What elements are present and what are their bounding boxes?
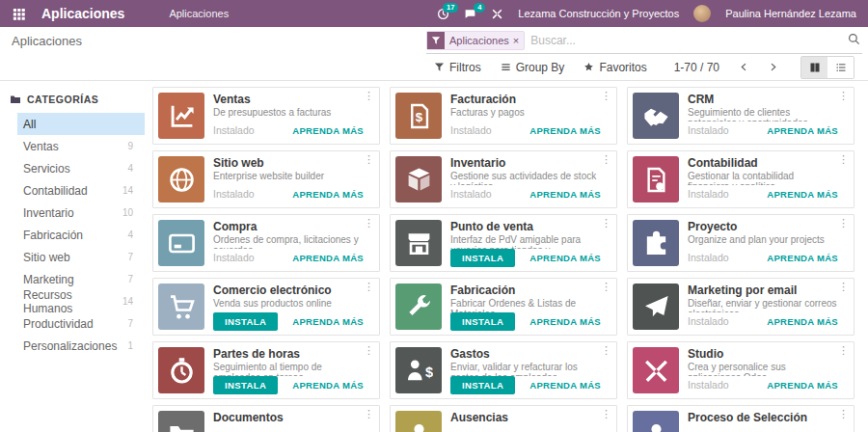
install-button[interactable]: INSTALA	[450, 312, 515, 331]
user-menu[interactable]: Paulina Hernández Lezama	[725, 8, 856, 19]
learn-more-link[interactable]: APRENDA MÁS	[292, 316, 364, 327]
learn-more-link[interactable]: APRENDA MÁS	[529, 380, 601, 391]
kebab-menu-icon[interactable]: ⋮	[601, 344, 611, 356]
messages-button[interactable]: 4	[464, 8, 476, 20]
filters-bar: Filtros Group By Favoritos 1-70 / 70	[0, 54, 868, 81]
company-switcher[interactable]: Lezama Construcción y Proyectos	[518, 8, 679, 19]
sidebar-item-all[interactable]: All	[17, 113, 145, 135]
app-title: Ausencias	[450, 412, 601, 424]
app-description: De presupuestos a facturas	[213, 107, 364, 122]
invoice-icon	[405, 102, 433, 130]
list-view-button[interactable]	[827, 57, 854, 78]
learn-more-link[interactable]: APRENDA MÁS	[767, 125, 838, 136]
app-card-partes-de-horas: Partes de horas Seguimiento al tiempo de…	[152, 341, 380, 399]
kebab-menu-icon[interactable]: ⋮	[364, 344, 374, 356]
sidebar-item-contabilidad[interactable]: Contabilidad14	[17, 179, 145, 202]
kebab-menu-icon[interactable]: ⋮	[601, 408, 611, 419]
learn-more-link[interactable]: APRENDA MÁS	[292, 253, 364, 263]
search-icon[interactable]	[848, 32, 862, 49]
stopwatch-icon	[168, 357, 196, 385]
apps-kanban-grid: Ventas De presupuestos a facturas Instal…	[145, 81, 868, 432]
list-view-icon	[835, 62, 847, 73]
kebab-menu-icon[interactable]: ⋮	[838, 153, 849, 165]
chevron-right-icon	[769, 63, 777, 71]
favorites-button[interactable]: Favoritos	[583, 61, 646, 74]
kebab-menu-icon[interactable]: ⋮	[601, 90, 611, 101]
pager-next-button[interactable]	[762, 58, 783, 77]
kanban-view-button[interactable]	[801, 57, 827, 78]
install-button[interactable]: INSTALA	[213, 376, 278, 394]
app-card-inventario: Inventario Gestione sus actividades de s…	[390, 150, 617, 208]
learn-more-link[interactable]: APRENDA MÁS	[767, 253, 838, 263]
pager-previous-button[interactable]	[733, 58, 754, 77]
sidebar-item-personalizaciones[interactable]: Personalizaciones1	[17, 335, 145, 357]
sidebar-item-fabricacion[interactable]: Fabricación4	[17, 224, 145, 246]
facet-label: Aplicaciones	[445, 35, 512, 46]
kebab-menu-icon[interactable]: ⋮	[838, 217, 849, 229]
kebab-menu-icon[interactable]: ⋮	[364, 281, 374, 292]
activities-button[interactable]: 17	[437, 8, 449, 20]
learn-more-link[interactable]: APRENDA MÁS	[529, 189, 601, 200]
wrench-icon	[405, 293, 433, 321]
app-description: Enviar, validar y refacturar los gastos …	[450, 362, 601, 376]
learn-more-link[interactable]: APRENDA MÁS	[529, 316, 601, 327]
app-card-comercio-electronico: Comercio electrónico Venda sus productos…	[152, 278, 380, 336]
group-by-button[interactable]: Group By	[501, 61, 565, 74]
kebab-menu-icon[interactable]: ⋮	[364, 153, 374, 165]
storefront-icon	[405, 230, 433, 257]
app-card-proyecto: Proyecto Organize and plan your projects…	[627, 214, 854, 272]
menu-item-aplicaciones[interactable]: Aplicaciones	[169, 8, 229, 19]
app-title: Partes de horas	[213, 348, 364, 361]
kebab-menu-icon[interactable]: ⋮	[364, 217, 374, 229]
installed-status: Instalado	[688, 315, 729, 327]
sidebar-item-ventas[interactable]: Ventas9	[17, 135, 145, 157]
sidebar-item-productividad[interactable]: Productividad7	[17, 312, 145, 335]
apps-grid-icon[interactable]	[12, 7, 26, 21]
app-description: Seguimiento de clientes potenciales y op…	[688, 107, 838, 122]
app-card-punto-de-venta: Punto de venta Interfaz de PdV amigable …	[390, 214, 617, 272]
sidebar-item-sitio-web[interactable]: Sitio web7	[17, 246, 145, 268]
app-card-gastos: Gastos Enviar, validar y refacturar los …	[390, 341, 617, 399]
kebab-menu-icon[interactable]: ⋮	[601, 153, 611, 165]
view-switcher	[800, 56, 854, 79]
puzzle-icon	[642, 230, 670, 257]
kebab-menu-icon[interactable]: ⋮	[601, 281, 611, 292]
facet-remove-icon[interactable]: ×	[512, 35, 524, 46]
install-button[interactable]: INSTALA	[450, 376, 515, 394]
install-button[interactable]: INSTALA	[450, 249, 515, 267]
installed-status: Instalado	[450, 188, 492, 200]
breadcrumb[interactable]: Aplicaciones	[12, 34, 82, 48]
kebab-menu-icon[interactable]: ⋮	[364, 90, 374, 101]
learn-more-link[interactable]: APRENDA MÁS	[529, 253, 601, 263]
learn-more-link[interactable]: APRENDA MÁS	[529, 125, 601, 136]
filters-button[interactable]: Filtros	[434, 61, 481, 74]
app-title: Compra	[213, 221, 364, 233]
sidebar-item-recursos-humanos[interactable]: Recursos Humanos14	[17, 290, 145, 312]
learn-more-link[interactable]: APRENDA MÁS	[292, 380, 364, 391]
app-description: Enterprise website builder	[213, 171, 364, 185]
app-card-marketing-por-email: Marketing por email Diseñar, enviar y ge…	[627, 278, 854, 336]
debug-tools-button[interactable]	[491, 8, 503, 20]
user-avatar[interactable]	[693, 5, 711, 22]
learn-more-link[interactable]: APRENDA MÁS	[292, 189, 364, 200]
install-button[interactable]: INSTALA	[213, 312, 278, 331]
kebab-menu-icon[interactable]: ⋮	[838, 408, 849, 419]
kebab-menu-icon[interactable]: ⋮	[838, 90, 849, 101]
search-input[interactable]	[525, 34, 848, 47]
kebab-menu-icon[interactable]: ⋮	[838, 281, 849, 292]
app-title: Gastos	[450, 348, 601, 361]
app-card-studio: Studio Crea y personalice sus aplicacion…	[627, 341, 854, 399]
kebab-menu-icon[interactable]: ⋮	[838, 344, 849, 356]
learn-more-link[interactable]: APRENDA MÁS	[767, 189, 838, 200]
sidebar-item-servicios[interactable]: Servicios4	[17, 157, 145, 179]
installed-status: Instalado	[688, 124, 729, 136]
search-facet[interactable]: Aplicaciones ×	[426, 31, 525, 50]
learn-more-link[interactable]: APRENDA MÁS	[767, 380, 838, 391]
kebab-menu-icon[interactable]: ⋮	[601, 217, 611, 229]
app-title[interactable]: Aplicaciones	[41, 6, 124, 21]
person-icon	[405, 420, 433, 432]
learn-more-link[interactable]: APRENDA MÁS	[767, 316, 838, 327]
learn-more-link[interactable]: APRENDA MÁS	[292, 125, 364, 136]
sidebar-item-inventario[interactable]: Inventario10	[17, 202, 145, 224]
kebab-menu-icon[interactable]: ⋮	[364, 408, 374, 419]
